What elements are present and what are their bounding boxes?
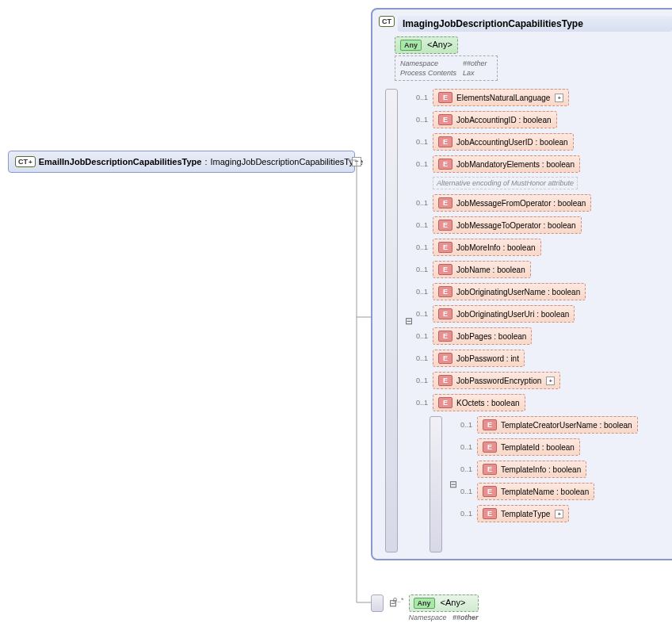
element-box[interactable]: E JobPages : boolean bbox=[433, 327, 532, 345]
element-box[interactable]: E TemplateId : boolean bbox=[477, 438, 580, 456]
e-badge-icon: E bbox=[438, 159, 452, 170]
element-name: JobMessageToOperator : boolean bbox=[456, 221, 576, 230]
ct-title: ImagingJobDescriptionCapabilitiesType bbox=[398, 16, 672, 32]
element-name: ElementsNaturalLanguage bbox=[456, 94, 550, 102]
proc-label: Process Contents bbox=[400, 69, 461, 77]
any-badge-icon: Any bbox=[400, 40, 422, 51]
occurrence: 0..1 bbox=[407, 332, 428, 340]
expand-icon[interactable]: − bbox=[352, 157, 361, 166]
element-list: 0..1 E TemplateCreatorUserName : boolean… bbox=[452, 416, 672, 552]
sequence-bar: ⊟ bbox=[385, 89, 398, 552]
element-list: 0..1 E ElementsNaturalLanguage 0..1 E Jo… bbox=[407, 89, 672, 552]
occurrence: 0..1 bbox=[407, 354, 428, 362]
element-box[interactable]: E JobPassword : int bbox=[433, 350, 525, 367]
element-box[interactable]: E ElementsNaturalLanguage bbox=[433, 89, 569, 106]
occurrence: 0..1 bbox=[407, 160, 428, 168]
element-name: JobPasswordEncryption bbox=[456, 377, 541, 385]
element-name: JobMoreInfo : boolean bbox=[456, 243, 536, 252]
element-box[interactable]: E KOctets : boolean bbox=[433, 394, 525, 411]
element-row: 0..1 E TemplateName : boolean bbox=[452, 483, 672, 500]
element-name: TemplateId : boolean bbox=[501, 443, 575, 452]
occurrence: 0..1 bbox=[407, 266, 428, 273]
occurrence: 0..1 bbox=[452, 443, 472, 451]
element-row: 0..1 E JobMoreInfo : boolean bbox=[407, 239, 672, 256]
element-box[interactable]: E JobAccountingUserID : boolean bbox=[433, 133, 574, 151]
element-box[interactable]: E JobOriginatingUserUri : boolean bbox=[433, 305, 575, 323]
occurrence: 0..1 bbox=[452, 510, 472, 518]
occurrence: 0..1 bbox=[407, 116, 428, 124]
ct-badge-icon: CT bbox=[379, 16, 395, 27]
occurrence: 0..1 bbox=[407, 310, 428, 318]
element-box[interactable]: E JobName : boolean bbox=[433, 261, 531, 278]
ns-value: ##other bbox=[463, 59, 492, 67]
occurrence: 0..1 bbox=[407, 399, 428, 407]
element-box[interactable]: E JobMandatoryElements : boolean bbox=[433, 155, 580, 173]
occurrence: 0..1 bbox=[407, 199, 428, 207]
e-badge-icon: E bbox=[438, 220, 452, 231]
ct-header: CT ImagingJobDescriptionCapabilitiesType bbox=[379, 16, 672, 32]
element-row: 0..1 E JobPassword : int bbox=[407, 350, 672, 367]
left-base-type: ImagingJobDescriptionCapabilitiesType bbox=[211, 157, 364, 166]
e-badge-icon: E bbox=[438, 375, 452, 386]
sequence-bar: ⊟ bbox=[430, 416, 442, 552]
main-complex-type: CT ImagingJobDescriptionCapabilitiesType… bbox=[371, 8, 672, 560]
sequence-container: ⊟ 0..1 E ElementsNaturalLanguage 0..1 E … bbox=[385, 89, 672, 552]
connector-line bbox=[341, 8, 372, 610]
ns-label: Namespace bbox=[400, 59, 461, 67]
element-box[interactable]: E TemplateName : boolean bbox=[477, 483, 594, 500]
element-name: KOctets : boolean bbox=[456, 399, 520, 407]
element-name: JobAccountingUserID : boolean bbox=[456, 138, 568, 147]
e-badge-icon: E bbox=[483, 508, 497, 519]
any-details: Namespace##other Process ContentsLax bbox=[395, 55, 498, 81]
e-badge-icon: E bbox=[438, 286, 452, 297]
element-name: JobMessageFromOperator : boolean bbox=[456, 199, 586, 208]
e-badge-icon: E bbox=[438, 308, 452, 319]
element-name: TemplateType bbox=[501, 510, 550, 518]
ct-badge-icon: CT bbox=[15, 156, 36, 167]
element-row: 0..1 E JobAccountingID : boolean bbox=[407, 111, 672, 128]
e-badge-icon: E bbox=[483, 419, 497, 430]
element-name: JobPages : boolean bbox=[456, 332, 526, 341]
e-badge-icon: E bbox=[438, 197, 452, 208]
e-badge-icon: E bbox=[483, 486, 497, 497]
occurrence: 0..1 bbox=[452, 421, 472, 429]
any-label: <Any> bbox=[427, 40, 452, 49]
any-wildcard: Any <Any> bbox=[395, 36, 458, 54]
element-row: 0..1 E KOctets : boolean bbox=[407, 394, 672, 411]
proc-value: Lax bbox=[463, 69, 492, 77]
element-box[interactable]: E JobOriginatingUserName : boolean bbox=[433, 283, 586, 300]
e-badge-icon: E bbox=[438, 114, 452, 125]
e-badge-icon: E bbox=[438, 136, 452, 147]
occurrence: 0..1 bbox=[407, 243, 428, 251]
bottom-any-box: Any <Any> Namespace ##other bbox=[409, 595, 479, 621]
e-badge-icon: E bbox=[438, 353, 452, 364]
occurrence: 0..1 bbox=[407, 94, 428, 101]
element-box[interactable]: E JobPasswordEncryption bbox=[433, 372, 560, 389]
occurrence: 0..1 bbox=[407, 377, 428, 384]
e-badge-icon: E bbox=[438, 397, 452, 408]
element-box[interactable]: E TemplateInfo : boolean bbox=[477, 461, 586, 478]
element-box[interactable]: E JobAccountingID : boolean bbox=[433, 111, 557, 128]
e-badge-icon: E bbox=[438, 92, 452, 103]
element-row: 0..1 E JobPages : boolean bbox=[407, 327, 672, 345]
occurrence: 0..1 bbox=[452, 465, 472, 473]
element-box[interactable]: E JobMoreInfo : boolean bbox=[433, 239, 541, 256]
element-name: JobMandatoryElements : boolean bbox=[456, 160, 575, 169]
e-badge-icon: E bbox=[483, 442, 497, 453]
element-box[interactable]: E TemplateType bbox=[477, 505, 569, 522]
element-row: 0..1 E JobOriginatingUserName : boolean bbox=[407, 283, 672, 300]
element-box[interactable]: E JobMessageFromOperator : boolean bbox=[433, 194, 591, 212]
element-box[interactable]: E TemplateCreatorUserName : boolean bbox=[477, 416, 638, 434]
e-badge-icon: E bbox=[438, 331, 452, 342]
element-row: 0..1 E JobMessageFromOperator : boolean bbox=[407, 194, 672, 212]
element-row: 0..1 E TemplateId : boolean bbox=[452, 438, 672, 456]
element-name: JobName : boolean bbox=[456, 266, 525, 274]
bottom-any-section: ⊟ 0..* Any <Any> Namespace ##other bbox=[371, 595, 479, 621]
element-name: JobAccountingID : boolean bbox=[456, 116, 552, 124]
left-type-name: EmailInJobDescriptionCapabilitiesType bbox=[39, 157, 202, 166]
element-name: TemplateInfo : boolean bbox=[501, 465, 581, 474]
ns-label: Namespace bbox=[409, 614, 447, 621]
element-name: JobOriginatingUserName : boolean bbox=[456, 288, 580, 296]
element-box[interactable]: E JobMessageToOperator : boolean bbox=[433, 216, 582, 234]
sequence-bar: ⊟ bbox=[371, 595, 384, 612]
